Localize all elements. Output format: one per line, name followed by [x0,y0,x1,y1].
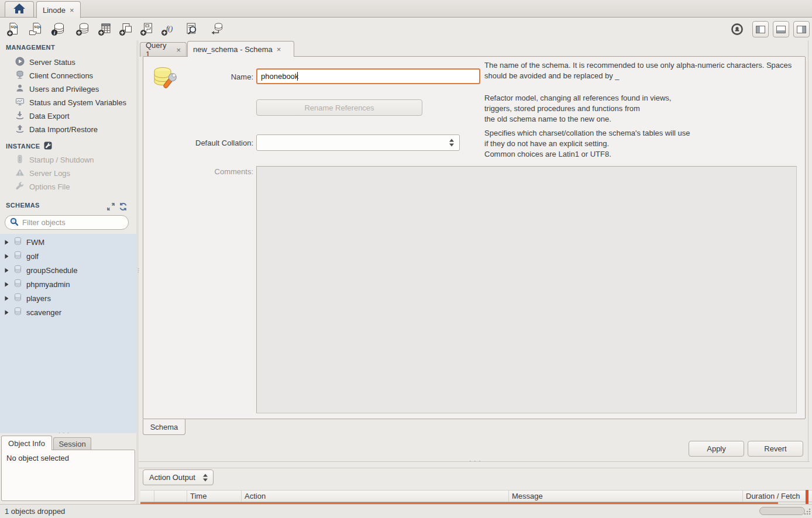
sidebar-item-data-export[interactable]: Data Export [15,109,70,123]
sidebar-item-label: Startup / Shutdown [29,156,94,164]
rename-help-text: Refactor model, changing all references … [484,93,803,125]
tab-query-1[interactable]: Query 1 × [140,42,187,57]
close-icon[interactable]: × [277,46,281,53]
sidebar-item-options-file[interactable]: Options File [15,180,70,194]
sidebar-item-server-status[interactable]: Server Status [15,56,75,69]
users-icon [15,84,25,95]
expander-icon[interactable] [4,294,9,303]
create-view-button[interactable] [117,21,135,39]
tab-object-info[interactable]: Object Info [1,436,52,450]
search-table-data-button[interactable] [183,21,200,39]
column-header-blank-1[interactable] [140,491,154,502]
open-sql-script-button[interactable]: SQL [27,21,44,39]
sidebar-item-label: Server Status [29,58,75,67]
expander-icon[interactable] [4,238,9,247]
action-output-select[interactable]: Action Output [143,469,214,485]
tab-schema-bottom[interactable]: Schema [143,419,185,435]
status-ring-icon [730,22,744,38]
horizontal-scrollbar-thumb[interactable] [759,507,805,515]
text-cursor [297,72,298,81]
home-tab[interactable] [5,1,34,17]
window-resize-grip[interactable] [803,507,811,517]
sidebar-item-label: Data Import/Restore [29,125,98,134]
column-header-message[interactable]: Message [509,491,743,502]
sidebar-item-client-connections[interactable]: Client Connections [15,69,93,82]
schema-name-input[interactable] [256,68,480,84]
expander-icon[interactable] [4,252,9,261]
comments-textarea[interactable] [256,166,797,413]
expander-icon[interactable] [4,266,9,275]
tab-new-schema[interactable]: new_schema - Schema × [187,41,294,57]
output-splitter-handle[interactable]: · · · [469,458,481,464]
data-transfer-button[interactable] [207,21,225,39]
create-table-button[interactable] [96,21,113,39]
toggle-output-area-button[interactable] [773,21,789,37]
schema-name: players [26,294,51,303]
schema-tree-item-fwm[interactable]: FWM [0,235,136,249]
revert-button[interactable]: Revert [748,441,803,457]
schema-name: groupSchedule [26,266,77,275]
schema-icon [13,251,22,261]
spinner-arrows-icon[interactable] [449,139,454,147]
schema-icon [13,307,22,317]
schema-tree-item-players[interactable]: players [0,291,136,305]
spinner-arrows-icon[interactable] [203,474,208,481]
collation-label: Default Collation: [143,139,253,147]
create-function-button[interactable]: f() [159,21,177,39]
schema-tree-item-groupschedule[interactable]: groupSchedule [0,263,136,277]
expander-icon[interactable] [4,280,9,289]
column-header-time[interactable]: Time [187,491,242,502]
inspect-database-icon: i [50,21,66,39]
tab-session[interactable]: Session [53,437,91,450]
expand-schemas-icon[interactable] [106,202,115,213]
create-schema-button[interactable] [74,21,91,39]
sidebar-item-users-privileges[interactable]: Users and Privileges [15,82,99,96]
options-file-icon [15,181,25,192]
sidebar-item-startup-shutdown[interactable]: Startup / Shutdown [15,153,94,167]
expander-icon[interactable] [4,308,9,317]
sidebar-item-label: Options File [29,182,70,191]
sidebar-item-server-logs[interactable]: Server Logs [15,167,70,180]
inspect-database-button[interactable]: i [49,21,67,39]
connection-tabbar: Linode × [0,0,812,18]
connection-tab-linode[interactable]: Linode × [36,1,81,18]
collation-help-text: Specifies which charset/collation the sc… [484,128,803,160]
editor-right-border [808,40,808,462]
default-collation-select[interactable] [256,134,460,151]
system-variables-icon [15,97,25,108]
status-ring-button[interactable] [730,21,745,39]
refresh-schemas-icon[interactable] [119,202,128,213]
sidebar-splitter-handle[interactable]: · · · [59,430,70,436]
rename-references-button[interactable]: Rename References [256,99,422,116]
schema-tree-item-golf[interactable]: golf [0,249,136,263]
sidebar-item-label: Client Connections [29,71,93,80]
sidebar-item-label: Data Export [29,112,70,120]
schema-icon [13,293,22,303]
schema-tree-item-phpmyadmin[interactable]: phpmyadmin [0,277,136,291]
schema-icon [13,237,22,247]
instance-wrench-icon [44,141,52,151]
schema-tree: FWM golf groupSchedule phpmyadmin player [0,234,136,433]
close-icon[interactable]: × [70,6,74,14]
toggle-left-sidebar-button[interactable] [752,21,769,37]
management-section-title: MANAGEMENT [6,44,55,51]
create-procedure-button[interactable] [138,21,156,39]
column-header-duration-fetch[interactable]: Duration / Fetch [743,491,812,502]
sidebar-item-data-import[interactable]: Data Import/Restore [15,123,98,136]
schema-name: FWM [26,238,44,247]
new-sql-tab-button[interactable]: SQL [5,21,22,39]
schema-filter-box [5,215,129,230]
column-header-blank-2[interactable] [154,491,187,502]
sidebar-item-label: Status and System Variables [29,98,126,107]
name-help-text: The name of the schema. It is recommende… [484,60,803,81]
startup-shutdown-icon [15,154,25,165]
apply-button[interactable]: Apply [689,441,744,457]
schema-tree-item-scavenger[interactable]: scavenger [0,305,136,319]
column-header-action[interactable]: Action [242,491,509,502]
object-info-text: No object selected [6,454,69,462]
sidebar-item-status-system-variables[interactable]: Status and System Variables [15,96,126,109]
data-import-icon [15,124,25,135]
schema-filter-input[interactable] [22,218,116,227]
close-icon[interactable]: × [176,46,181,54]
toggle-right-sidebar-button[interactable] [793,21,810,37]
